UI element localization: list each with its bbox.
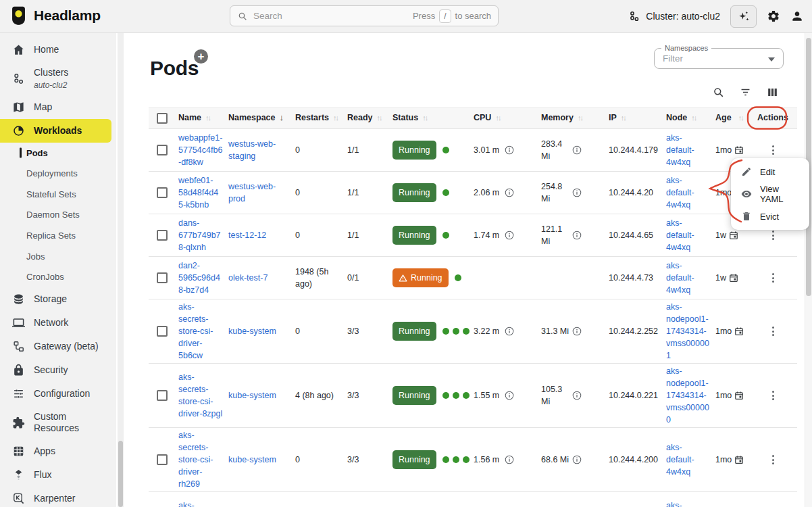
ip-cell: 10.244.4.20: [609, 187, 666, 199]
sidebar-item-cronjobs[interactable]: CronJobs: [0, 267, 116, 288]
row-actions-button[interactable]: [769, 387, 777, 404]
calendar-icon: [729, 273, 738, 283]
container-ready-dots: [442, 456, 470, 463]
row-checkbox[interactable]: [157, 390, 168, 401]
pod-name-link[interactable]: webfe01-58d48f4d45-k5bnb: [178, 174, 223, 211]
sidebar-item-security[interactable]: Security: [0, 358, 116, 382]
pod-name-link[interactable]: aks-secrets-store-csi-driver-8zpgl: [178, 371, 223, 420]
status-badge: Running: [392, 450, 436, 469]
row-checkbox[interactable]: [157, 272, 168, 283]
column-header-age[interactable]: Age↑↓: [715, 112, 754, 124]
sidebar-item-gateway-beta[interactable]: Gateway (beta): [0, 335, 116, 358]
row-actions-button[interactable]: [769, 322, 777, 339]
menu-item-evict[interactable]: Evict: [731, 208, 809, 225]
row-actions-button[interactable]: [769, 269, 777, 286]
sidebar-item-network[interactable]: Network: [0, 311, 116, 335]
table-filter-button[interactable]: [739, 86, 752, 99]
sidebar-scrollbar[interactable]: [118, 32, 124, 507]
menu-item-edit[interactable]: Edit: [731, 163, 809, 180]
column-header-label: Node: [666, 112, 687, 124]
column-header-ip[interactable]: IP↑↓: [609, 112, 666, 124]
profile-button[interactable]: [790, 9, 804, 23]
column-header-name[interactable]: Name↑↓: [178, 112, 228, 124]
row-checkbox[interactable]: [157, 454, 168, 465]
sidebar-item-storage[interactable]: Storage: [0, 287, 116, 311]
settings-button[interactable]: [767, 9, 780, 23]
node-link[interactable]: aks-nodepool1-17434314-vmss0000: [666, 500, 710, 507]
hint-post: to search: [455, 11, 491, 21]
namespace-link[interactable]: westus-web-prod: [228, 180, 293, 205]
sidebar-item-configuration[interactable]: Configuration: [0, 382, 116, 406]
node-link[interactable]: aks-default-4w4xq: [666, 260, 710, 296]
column-header-memory[interactable]: Memory↑↓: [541, 112, 609, 124]
node-link[interactable]: aks-default-4w4xq: [666, 174, 710, 211]
ai-assistant-button[interactable]: [730, 5, 757, 28]
namespace-link[interactable]: kube-system: [228, 325, 276, 337]
row-checkbox[interactable]: [157, 187, 168, 198]
column-header-restarts[interactable]: Restarts↑↓: [295, 112, 347, 124]
node-link[interactable]: aks-default-4w4xq: [666, 217, 710, 254]
column-header-status[interactable]: Status↑↓: [392, 112, 474, 124]
cluster-chip[interactable]: Cluster: auto-clu2: [628, 10, 720, 22]
table-search-button[interactable]: [712, 86, 725, 99]
ip-value: 10.244.4.200: [609, 454, 658, 466]
namespace-link[interactable]: test-12-12: [228, 229, 266, 241]
pod-name-link[interactable]: aks-secrets-store-csi-driver-rh269: [178, 429, 223, 491]
column-header-actions[interactable]: Actions: [754, 112, 797, 124]
node-link[interactable]: aks-nodepool1-17434314-vmss000000: [666, 365, 710, 427]
sidebar-item-clusters[interactable]: Clustersauto-clu2: [0, 62, 116, 95]
sidebar-item-jobs[interactable]: Jobs: [0, 246, 116, 267]
brand[interactable]: Headlamp: [9, 5, 101, 26]
table-columns-button[interactable]: [766, 86, 779, 99]
namespace-link[interactable]: olek-test-7: [228, 272, 268, 284]
sidebar-item-stateful-sets[interactable]: Stateful Sets: [0, 184, 116, 205]
sidebar-item-karpenter[interactable]: Karpenter: [0, 487, 116, 507]
pod-name-link[interactable]: aks-secrets-store-csi-driver-5b6cw: [178, 301, 223, 362]
sidebar-item-flux[interactable]: Flux: [0, 463, 116, 487]
row-checkbox[interactable]: [157, 145, 168, 155]
sidebar-item-label: Flux: [34, 469, 51, 481]
memory-cell: 121.1 Mi: [541, 223, 609, 247]
namespace-link[interactable]: kube-system: [228, 454, 276, 466]
pod-name-link[interactable]: dans-677b749b78-qlxnh: [178, 217, 223, 254]
column-header-node[interactable]: Node↑↓: [666, 112, 715, 124]
node-link[interactable]: aks-nodepool1-17434314-vmss000001: [666, 301, 710, 362]
column-header-label: Name: [178, 112, 201, 124]
status-cell: Running: [392, 322, 474, 341]
status-cell: Running: [392, 268, 474, 287]
ready-value: 1/1: [347, 187, 359, 199]
cpu-cell: 1.55 m: [474, 389, 541, 402]
column-header-ready[interactable]: Ready↑↓: [347, 112, 392, 124]
pod-name-link[interactable]: dan2-5965c96d48-bz7d4: [178, 260, 223, 296]
node-link[interactable]: aks-default-4w4xq: [666, 441, 710, 478]
row-checkbox[interactable]: [157, 230, 168, 241]
menu-item-view-yaml[interactable]: View YAML: [731, 180, 809, 208]
global-search-input[interactable]: Search Press / to search: [230, 5, 499, 26]
namespace-link[interactable]: westus-web-staging: [228, 138, 293, 162]
column-header-cpu[interactable]: CPU↑↓: [474, 112, 541, 124]
node-link[interactable]: aks-default-4w4xq: [666, 132, 710, 168]
page-scrollbar[interactable]: [805, 32, 812, 507]
pod-name-link[interactable]: aks-secrets-store-csi-driver: [178, 500, 223, 507]
row-actions-button[interactable]: [769, 141, 777, 158]
sidebar-item-pods[interactable]: Pods: [0, 143, 116, 164]
sidebar-item-custom-resources[interactable]: Custom Resources: [0, 406, 116, 439]
select-all-checkbox[interactable]: [157, 113, 168, 124]
sidebar-item-map[interactable]: Map: [0, 95, 116, 119]
sidebar-item-apps[interactable]: Apps: [0, 439, 116, 463]
namespace-link[interactable]: kube-system: [228, 389, 276, 402]
namespace-filter-select[interactable]: Namespaces Filter: [654, 48, 784, 69]
row-actions-button[interactable]: [769, 451, 777, 468]
sidebar-item-deployments[interactable]: Deployments: [0, 164, 116, 185]
sidebar-item-replica-sets[interactable]: Replica Sets: [0, 226, 116, 247]
sidebar-item-workloads[interactable]: Workloads: [0, 119, 111, 143]
row-checkbox[interactable]: [157, 326, 168, 337]
pod-name-link[interactable]: webappfe1-57754c4fb6-df8kw: [178, 132, 223, 168]
column-header-namespace[interactable]: Namespace↓: [228, 112, 295, 124]
sidebar-item-home[interactable]: Home: [0, 38, 116, 62]
namespace-filter-placeholder: Filter: [663, 53, 683, 64]
sidebar-scrollbar-thumb[interactable]: [118, 441, 123, 507]
sidebar-item-daemon-sets[interactable]: Daemon Sets: [0, 205, 116, 226]
create-pod-button[interactable]: +: [194, 49, 208, 64]
cpu-value: 1.74 m: [474, 229, 499, 241]
